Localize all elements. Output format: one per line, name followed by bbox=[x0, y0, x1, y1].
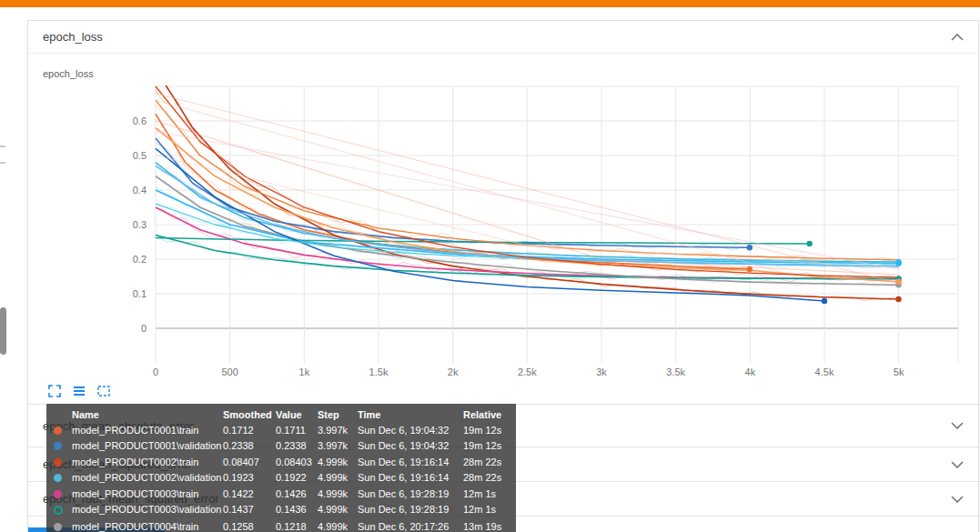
x-axis-tick-label: 1.5k bbox=[369, 366, 389, 377]
tooltip-cell-time: Sun Dec 6, 20:17:26 bbox=[358, 519, 463, 532]
tooltip-cell-name: model_PRODUCT0001\train bbox=[72, 423, 223, 439]
x-axis-tick-label: 1k bbox=[299, 366, 310, 377]
tooltip-cell-relative: 19m 12s bbox=[463, 438, 512, 455]
tooltip-cell-name: model_PRODUCT0002\train bbox=[72, 455, 223, 471]
tooltip-cell-value: 0.08403 bbox=[276, 455, 318, 471]
tooltip-cell-relative: 28m 22s bbox=[463, 455, 512, 471]
tooltip-header: Step bbox=[318, 407, 358, 423]
chart-series-group bbox=[156, 83, 902, 304]
tooltip-cell-smoothed: 0.1923 bbox=[223, 470, 276, 487]
tooltip-cell-name: model_PRODUCT0003\train bbox=[72, 487, 223, 503]
y-axis-tick-label: 0.5 bbox=[133, 150, 146, 161]
tooltip-header-dot bbox=[54, 407, 72, 423]
tooltip-row-dot bbox=[54, 470, 72, 487]
tooltip-cell-value: 0.1922 bbox=[276, 470, 318, 487]
tooltip-cell-step: 3.997k bbox=[318, 423, 358, 439]
chevron-down-icon[interactable] bbox=[951, 461, 964, 468]
epoch-loss-card: epoch_loss epoch_loss 00.10.20.30.40.50.… bbox=[27, 20, 979, 532]
tooltip-header: Name bbox=[72, 407, 223, 423]
tooltip-cell-name: model_PRODUCT0002\validation bbox=[72, 470, 223, 487]
left-rail bbox=[0, 7, 11, 532]
tooltip-row-dot bbox=[54, 519, 72, 532]
tooltip-cell-value: 0.1436 bbox=[276, 502, 318, 519]
tooltip-cell-relative: 12m 1s bbox=[463, 487, 512, 503]
tooltip-cell-time: Sun Dec 6, 19:16:14 bbox=[358, 455, 463, 471]
selection-zoom-icon[interactable] bbox=[96, 383, 112, 399]
tooltip-row-dot bbox=[54, 502, 72, 519]
tooltip-header: Value bbox=[276, 407, 318, 423]
chart-title: epoch_loss bbox=[43, 68, 94, 79]
series-end-dot-model-product0001-validation bbox=[747, 245, 753, 250]
tooltip-row-dot bbox=[54, 438, 72, 455]
section-title: epoch_loss bbox=[43, 30, 103, 44]
tooltip-table: NameSmoothedValueStepTimeRelativemodel_P… bbox=[54, 407, 509, 532]
y-axis-tick-label: 0.6 bbox=[133, 115, 146, 126]
left-rail-mark bbox=[0, 146, 5, 147]
tooltip-cell-time: Sun Dec 6, 19:04:32 bbox=[358, 438, 463, 455]
y-axis-tick-label: 0.2 bbox=[133, 254, 146, 265]
series-end-dot-run-lightblue bbox=[896, 260, 902, 266]
tooltip-header: Relative bbox=[463, 407, 512, 423]
x-axis-tick-label: 4.5k bbox=[815, 366, 834, 377]
tooltip-cell-time: Sun Dec 6, 19:04:32 bbox=[358, 423, 463, 439]
tooltip-cell-relative: 12m 1s bbox=[463, 502, 512, 519]
tooltip-cell-smoothed: 0.1437 bbox=[223, 502, 276, 519]
chart-tooltip: NameSmoothedValueStepTimeRelativemodel_P… bbox=[46, 404, 516, 532]
tooltip-cell-name: model_PRODUCT0004\train bbox=[72, 519, 223, 532]
y-axis-tick-label: 0.4 bbox=[133, 185, 146, 196]
tooltip-row-dot bbox=[54, 487, 72, 503]
chevron-down-icon[interactable] bbox=[951, 422, 964, 429]
tooltip-cell-value: 0.1218 bbox=[276, 519, 318, 532]
log-scale-icon[interactable] bbox=[71, 383, 87, 399]
tooltip-cell-value: 0.1426 bbox=[276, 487, 318, 503]
x-axis-tick-label: 4k bbox=[745, 366, 756, 377]
tooltip-cell-smoothed: 0.08407 bbox=[223, 455, 276, 471]
section-header-epoch-loss[interactable]: epoch_loss bbox=[28, 21, 978, 54]
x-axis-tick-label: 500 bbox=[221, 366, 237, 377]
tooltip-cell-smoothed: 0.1712 bbox=[223, 423, 276, 439]
tooltip-cell-name: model_PRODUCT0001\validation bbox=[72, 438, 223, 455]
chart-toolbar bbox=[46, 383, 112, 399]
tooltip-cell-time: Sun Dec 6, 19:28:19 bbox=[358, 502, 463, 519]
y-axis-tick-label: 0 bbox=[141, 323, 146, 334]
chevron-up-icon[interactable] bbox=[951, 34, 964, 41]
series-end-dot-model-product0001-train bbox=[747, 266, 753, 272]
left-rail-mark bbox=[0, 162, 5, 164]
tooltip-cell-step: 3.997k bbox=[318, 438, 358, 455]
loss-chart[interactable]: 00.10.20.30.40.50.605001k1.5k2k2.5k3k3.5… bbox=[28, 83, 980, 392]
tooltip-cell-step: 4.999k bbox=[318, 519, 358, 532]
tooltip-cell-smoothed: 0.1422 bbox=[223, 487, 276, 503]
left-scrollbar-thumb[interactable] bbox=[0, 307, 6, 355]
tooltip-cell-relative: 19m 12s bbox=[463, 423, 512, 439]
series-end-dot-run-teal-flat bbox=[807, 241, 813, 246]
tooltip-cell-relative: 13m 19s bbox=[463, 519, 512, 532]
series-raw-model-product0001-validation bbox=[156, 143, 746, 249]
y-axis-tick-label: 0.3 bbox=[133, 219, 146, 230]
x-axis-tick-label: 3k bbox=[596, 366, 607, 377]
tooltip-cell-smoothed: 0.2338 bbox=[223, 438, 276, 455]
x-axis-tick-label: 3.5k bbox=[666, 366, 685, 377]
x-axis-tick-label: 2k bbox=[448, 366, 459, 377]
tooltip-cell-step: 4.999k bbox=[318, 487, 358, 503]
tooltip-header: Smoothed bbox=[223, 407, 276, 423]
tooltip-cell-time: Sun Dec 6, 19:16:14 bbox=[358, 470, 463, 487]
x-axis-tick-label: 5k bbox=[894, 366, 904, 377]
tooltip-cell-step: 4.999k bbox=[318, 470, 358, 487]
series-end-dot-model-product0002-train bbox=[895, 296, 901, 302]
y-axis-tick-label: 0.1 bbox=[133, 288, 146, 299]
tooltip-cell-relative: 28m 22s bbox=[463, 470, 512, 487]
x-axis-tick-label: 0 bbox=[153, 366, 158, 377]
tooltip-row-dot bbox=[54, 423, 72, 439]
tooltip-cell-time: Sun Dec 6, 19:28:19 bbox=[358, 487, 463, 503]
x-axis-tick-label: 2.5k bbox=[518, 366, 537, 377]
chevron-down-icon[interactable] bbox=[951, 496, 964, 503]
tooltip-cell-name: model_PRODUCT0003\validation bbox=[72, 502, 223, 519]
fit-domain-icon[interactable] bbox=[46, 383, 63, 399]
series-end-dot-run-deepblue bbox=[822, 298, 827, 304]
tooltip-cell-smoothed: 0.1258 bbox=[223, 519, 276, 532]
tooltip-cell-step: 4.999k bbox=[318, 502, 358, 519]
top-orange-bar bbox=[0, 0, 980, 7]
tooltip-row-dot bbox=[54, 455, 72, 471]
tooltip-cell-step: 4.999k bbox=[318, 455, 358, 471]
tooltip-header: Time bbox=[358, 407, 463, 423]
